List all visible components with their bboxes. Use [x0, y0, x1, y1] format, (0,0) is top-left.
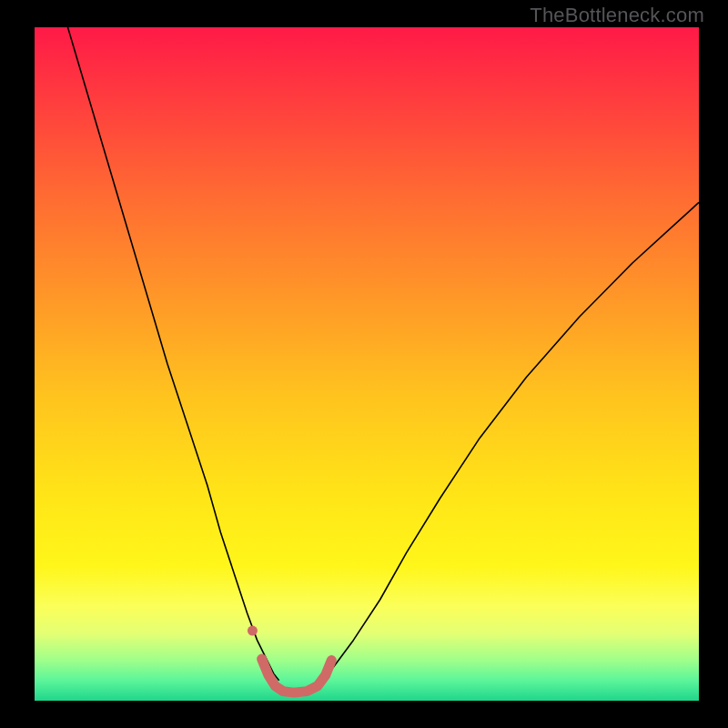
series-bottom-red-dot — [248, 626, 258, 636]
chart-plot-area — [35, 27, 699, 701]
chart-svg — [35, 27, 699, 701]
chart-background — [35, 27, 699, 701]
watermark-text: TheBottleneck.com — [530, 4, 704, 27]
chart-frame: TheBottleneck.com — [0, 0, 728, 728]
